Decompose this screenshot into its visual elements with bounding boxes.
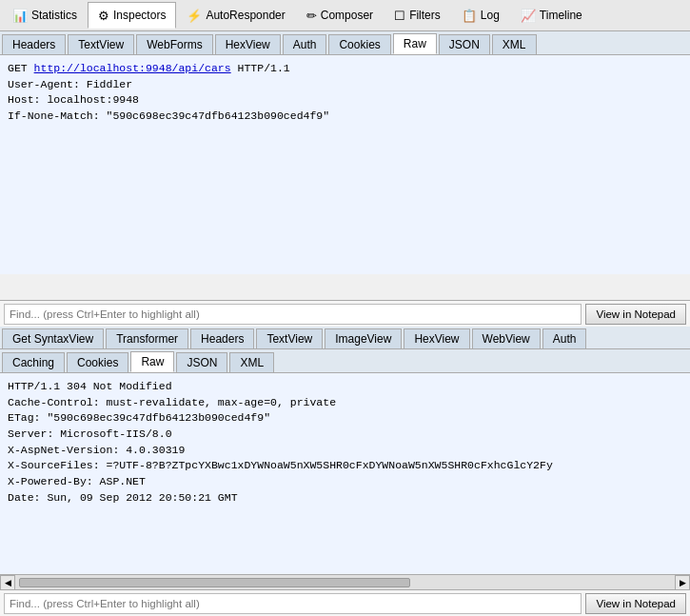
- response-find-bar: View in Notepad: [0, 589, 690, 616]
- statistics-icon: 📊: [12, 9, 28, 23]
- tab-request-cookies[interactable]: Cookies: [328, 34, 390, 54]
- response-raw-content: HTTP/1.1 304 Not Modified Cache-Control:…: [0, 373, 690, 574]
- response-tab-row1: Get SyntaxView Transformer Headers TextV…: [0, 327, 690, 349]
- request-tab-row: Headers TextView WebForms HexView Auth C…: [0, 31, 690, 55]
- tab-response-webview[interactable]: WebView: [472, 328, 541, 348]
- nav-filters[interactable]: ☐ Filters: [384, 2, 451, 29]
- tab-response-xml[interactable]: XML: [229, 352, 274, 372]
- composer-icon: ✏: [306, 9, 317, 23]
- tab-response-imageview[interactable]: ImageView: [325, 328, 402, 348]
- autoresponder-icon: ⚡: [187, 9, 202, 23]
- response-section: Get SyntaxView Transformer Headers TextV…: [0, 327, 690, 616]
- main-container: Headers TextView WebForms HexView Auth C…: [0, 31, 690, 616]
- tab-response-cookies[interactable]: Cookies: [67, 352, 128, 372]
- nav-timeline[interactable]: 📈 Timeline: [510, 2, 593, 29]
- tab-response-get-syntaxview[interactable]: Get SyntaxView: [2, 328, 104, 348]
- tab-response-raw[interactable]: Raw: [130, 351, 174, 372]
- request-content: GET http://localhost:9948/api/cars HTTP/…: [0, 55, 690, 300]
- top-navigation: 📊 Statistics ⚙ Inspectors ⚡ AutoResponde…: [0, 0, 690, 31]
- timeline-icon: 📈: [521, 9, 536, 23]
- request-find-input[interactable]: [4, 304, 582, 325]
- tab-request-headers[interactable]: Headers: [2, 34, 66, 54]
- request-raw-content: GET http://localhost:9948/api/cars HTTP/…: [0, 55, 690, 274]
- nav-autoresponder[interactable]: ⚡ AutoResponder: [176, 2, 295, 29]
- request-url-link[interactable]: http://localhost:9948/api/cars: [34, 62, 231, 74]
- tab-request-webforms[interactable]: WebForms: [136, 34, 212, 54]
- nav-log[interactable]: 📋 Log: [451, 2, 510, 29]
- request-section: Headers TextView WebForms HexView Auth C…: [0, 31, 690, 327]
- response-view-notepad-button[interactable]: View in Notepad: [585, 593, 686, 614]
- request-method: GET: [8, 62, 34, 74]
- tab-response-caching[interactable]: Caching: [2, 352, 65, 372]
- response-find-input[interactable]: [4, 593, 582, 614]
- tab-request-json[interactable]: JSON: [439, 34, 490, 54]
- nav-statistics[interactable]: 📊 Statistics: [2, 2, 88, 29]
- nav-inspectors[interactable]: ⚙ Inspectors: [88, 2, 176, 29]
- hscroll-thumb: [19, 578, 410, 587]
- request-view-notepad-button[interactable]: View in Notepad: [585, 304, 686, 325]
- tab-response-auth[interactable]: Auth: [542, 328, 587, 348]
- response-tab-row2: Caching Cookies Raw JSON XML: [0, 349, 690, 373]
- tab-response-transformer[interactable]: Transformer: [106, 328, 188, 348]
- tab-request-xml[interactable]: XML: [492, 34, 537, 54]
- filters-icon: ☐: [394, 9, 405, 23]
- tab-request-hexview[interactable]: HexView: [215, 34, 281, 54]
- tab-response-json[interactable]: JSON: [176, 352, 227, 372]
- tab-request-auth[interactable]: Auth: [283, 34, 327, 54]
- tab-request-textview[interactable]: TextView: [68, 34, 134, 54]
- hscroll-track[interactable]: [19, 578, 671, 587]
- tab-request-raw[interactable]: Raw: [393, 33, 437, 54]
- hscroll-right-arrow[interactable]: ▶: [675, 575, 690, 590]
- tab-response-hexview[interactable]: HexView: [404, 328, 469, 348]
- hscroll-left-arrow[interactable]: ◀: [0, 575, 15, 590]
- tab-response-headers[interactable]: Headers: [190, 328, 254, 348]
- request-find-bar: View in Notepad: [0, 300, 690, 327]
- response-hscroll-bar: ◀ ▶: [0, 574, 690, 589]
- tab-response-textview[interactable]: TextView: [256, 328, 323, 348]
- inspectors-icon: ⚙: [98, 9, 109, 23]
- log-icon: 📋: [462, 9, 477, 23]
- nav-composer[interactable]: ✏ Composer: [296, 2, 384, 29]
